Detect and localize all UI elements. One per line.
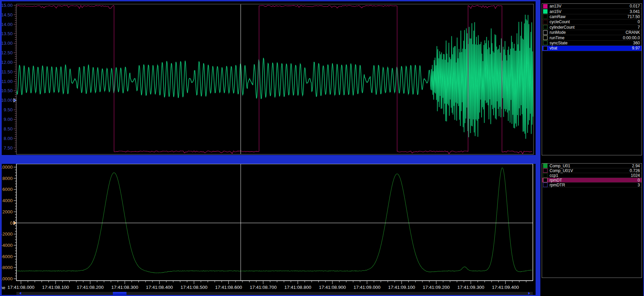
h-scrollbar[interactable] [16, 292, 533, 295]
signal-name: rpmDT [550, 178, 562, 183]
bottom-y-tick-label: -8000 [1, 265, 13, 270]
signal-list-bottom: Comp_U012.94Comp_U01V0.726ccp11024rpmDT0… [542, 163, 642, 278]
signal-name: rpmDTR [550, 183, 565, 187]
legend-row-an15V[interactable]: an15V3.041 [542, 9, 642, 14]
signal-name: runTime [550, 36, 565, 40]
x-axis-tick-label: 17:41:08.300 [111, 285, 138, 290]
an15V-color-swatch [543, 9, 548, 14]
signal-value: 3 [638, 183, 642, 187]
top-y-tick-label: 9.00 [4, 117, 13, 122]
x-axis-tick-label: 17:41:08.900 [319, 285, 346, 290]
signal-name: Comp_U01 [550, 164, 570, 168]
signal-name: runMode [550, 30, 566, 35]
signal-panel: an13V0.017an15V3.041camRaw717.50cycleCou… [540, 0, 643, 296]
legend-row-runMode[interactable]: runModeCRANK [542, 30, 642, 35]
top-y-tick-label: 8.00 [4, 136, 13, 141]
bottom-cursor-value-marker-icon [14, 221, 16, 225]
signal-value: 9.97 [632, 46, 642, 51]
legend-row-cycleCount[interactable]: cycleCount0 [542, 19, 642, 25]
an13V-color-swatch [543, 4, 548, 9]
bottom-y-tick-label: -10000 [0, 276, 13, 281]
rpmDTR-color-swatch [543, 183, 548, 187]
signal-name: vbat [550, 46, 557, 51]
scrollbar-thumb[interactable] [113, 292, 126, 295]
legend-row-vbat[interactable]: vbat9.97 [542, 46, 642, 51]
signal-value: 0.017 [630, 4, 642, 9]
top-y-tick-label: 12.50 [1, 50, 13, 55]
signal-value: 3.041 [630, 9, 642, 14]
signal-value: 717.50 [627, 14, 642, 19]
bottom-y-tick-label: -4000 [1, 243, 13, 248]
x-axis-tick-label: 17:41:08.400 [146, 285, 173, 290]
x-axis-tick-label: 17:41:09.100 [388, 285, 415, 290]
top-y-tick-label: 11.50 [1, 69, 13, 74]
signal-value: 0 [638, 19, 642, 24]
scrollbar-left-arrow-icon[interactable] [19, 292, 21, 295]
chart-divider-horizontal [0, 155, 536, 164]
runTime-color-swatch [543, 36, 548, 40]
signal-value: 0.726 [630, 168, 642, 173]
rpmDT-color-swatch [543, 178, 548, 182]
camRaw-color-swatch [543, 14, 548, 19]
x-axis-tick-label: 17:41:09.000 [354, 285, 380, 290]
signal-value: 2.94 [632, 164, 642, 168]
x-axis-tick-label: 17:41:08.500 [181, 285, 208, 290]
signal-list-top: an13V0.017an15V3.041camRaw717.50cycleCou… [542, 3, 642, 155]
runMode-color-swatch [543, 30, 548, 35]
scrollbar-right-arrow-icon[interactable] [528, 292, 530, 295]
signal-value: 1024 [631, 173, 642, 178]
top-y-tick-label: 7.50 [4, 145, 13, 151]
signal-value: CRANK [626, 30, 642, 35]
bottom-y-tick-label: 2000 [2, 209, 13, 214]
top-y-tick-label: 15.00 [1, 3, 13, 8]
bottom-y-tick-label: -6000 [1, 254, 13, 259]
signal-name: ccp1 [550, 173, 558, 178]
log-viewer-window: 15.0014.5014.0013.5013.0012.5012.0011.50… [0, 0, 644, 296]
x-axis-tick-label: 17:41:09.400 [492, 285, 519, 290]
signal-name: cylinderCount [550, 25, 574, 30]
top-y-tick-label: 8.50 [4, 126, 13, 131]
x-axis-tick-label: 17:41:08.100 [42, 285, 69, 290]
top-cursor-value-marker-icon [14, 98, 16, 102]
signal-value: 7 [638, 25, 642, 30]
top-y-tick-label: 10.50 [1, 88, 13, 93]
x-axis-tick-label: 17:41:08.800 [284, 285, 311, 290]
legend-row-rpmDTR[interactable]: rpmDTR3 [542, 183, 642, 187]
x-axis-tick-label: 17:41:09.300 [458, 285, 484, 290]
legend-row-an13V[interactable]: an13V0.017 [542, 4, 642, 9]
bottom-y-tick-label: 6000 [2, 187, 13, 192]
signal-name: an15V [550, 9, 561, 14]
legend-row-Comp_U01V[interactable]: Comp_U01V0.726 [542, 168, 642, 173]
signal-value: 0:00:00.0 [623, 36, 642, 40]
window-border-left [0, 0, 2, 296]
legend-row-rpmDT[interactable]: rpmDT0 [542, 178, 642, 183]
signal-value: 360 [633, 41, 642, 45]
x-axis-tick-label: 17:41:08.700 [250, 285, 277, 290]
signal-name: an13V [550, 4, 561, 9]
top-y-tick-label: 13.50 [1, 31, 13, 36]
top-y-tick-label: 14.50 [1, 12, 13, 17]
bottom-plot-area[interactable] [16, 164, 533, 281]
cycleCount-color-swatch [543, 20, 548, 24]
legend-row-syncState[interactable]: syncState360 [542, 41, 642, 46]
bottom-y-tick-label: 4000 [2, 198, 13, 203]
legend-row-runTime[interactable]: runTime0:00:00.0 [542, 35, 642, 40]
cylinderCount-color-swatch [543, 25, 548, 29]
charts-canvas: 15.0014.5014.0013.5013.0012.5012.0011.50… [0, 0, 536, 292]
signal-name: Comp_U01V [550, 168, 573, 173]
legend-row-ccp1[interactable]: ccp11024 [542, 173, 642, 178]
legend-row-Comp_U01[interactable]: Comp_U012.94 [542, 164, 642, 168]
top-y-tick-label: 13.00 [1, 41, 13, 46]
legend-row-cylinderCount[interactable]: cylinderCount7 [542, 25, 642, 30]
bottom-y-tick-label: 10000 [0, 165, 13, 170]
signal-name: syncState [550, 41, 568, 45]
top-y-tick-label: 14.00 [1, 22, 13, 27]
top-y-tick-label: 10.00 [1, 98, 13, 103]
top-y-tick-label: 11.00 [1, 79, 13, 84]
bottom-y-tick-label: -2000 [1, 231, 13, 237]
x-axis-tick-label: 17:41:08.200 [77, 285, 104, 290]
x-axis-tick-label: 17:41:09.200 [423, 285, 450, 290]
panel-divider-vertical[interactable] [536, 0, 540, 296]
signal-value: 0 [638, 178, 642, 183]
legend-row-camRaw[interactable]: camRaw717.50 [542, 14, 642, 19]
